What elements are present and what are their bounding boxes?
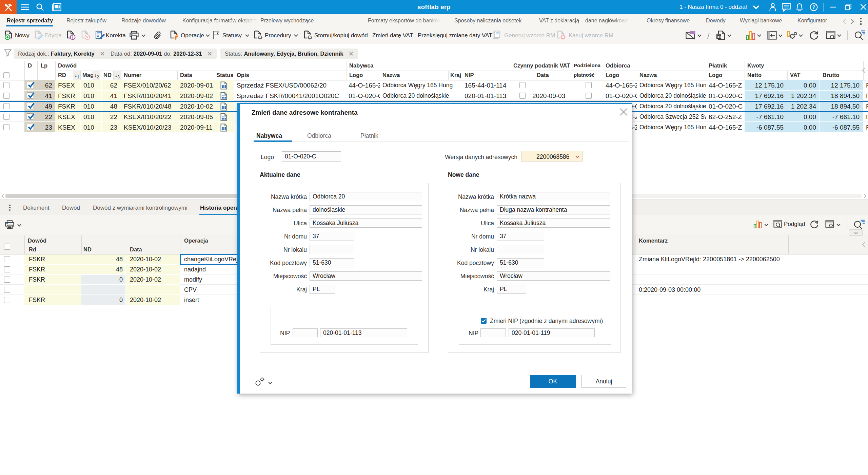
podglad-icon[interactable] <box>773 220 782 229</box>
korekta-button[interactable]: Korekta <box>106 32 126 39</box>
bottom-refresh-icon[interactable] <box>810 220 818 229</box>
kasuj-wzorce-button[interactable]: Kasuj wzorce RM <box>569 32 613 39</box>
tabs-more-icon[interactable] <box>860 18 862 25</box>
col-header-data[interactable]: Data <box>180 72 207 78</box>
stornuj-button[interactable]: Stornuj/kopiuj dowód <box>314 32 368 39</box>
procedury-icon[interactable] <box>254 31 263 40</box>
hscroll-left-icon[interactable] <box>1 194 4 198</box>
sort-indicator-3[interactable]: ↓3 <box>113 71 121 80</box>
filter-chip-rodzaj[interactable]: Rodzaj dok.: Faktury, Korekty ✕ <box>14 49 110 59</box>
chip-remove-icon[interactable]: ✕ <box>100 50 105 58</box>
dialog-tab-nabywca[interactable]: Nabywca <box>256 132 282 139</box>
col-header-opis[interactable]: Opis <box>237 72 271 78</box>
col-header-kraj[interactable]: Kraj <box>450 72 463 78</box>
restore-icon[interactable] <box>845 4 851 10</box>
podzielona-platnosc-checkbox[interactable] <box>586 93 592 99</box>
nowy-button[interactable]: Nowy <box>15 32 29 39</box>
tab-vat-z-deklaracja[interactable]: VAT z deklaracją – dane nagłówkowe <box>539 18 633 24</box>
col-header-d[interactable]: D <box>28 62 32 69</box>
chart-icon[interactable] <box>746 31 755 40</box>
bottom-row-checkbox[interactable] <box>4 287 10 293</box>
dialog-tab-odbiorca[interactable]: Odbiorca <box>307 132 331 139</box>
tab-dowody[interactable]: Dowody <box>706 18 726 24</box>
col-header-rd[interactable]: RD <box>58 72 73 78</box>
kasuj-wzorce-icon[interactable] <box>557 31 566 40</box>
current-miejscowosc-field[interactable]: Wrocław <box>310 271 422 281</box>
process-chevron-icon[interactable] <box>798 33 803 38</box>
tab-konfiguracja-formatow[interactable]: Konfiguracja formatów eksportów do bankó… <box>182 18 259 24</box>
current-krotka-field[interactable]: Odbiorca 20 <box>310 192 422 201</box>
row-checked-checkbox[interactable] <box>27 124 33 130</box>
company-selector[interactable]: 1 - Nasza firma 0 - oddział <box>679 4 761 11</box>
current-kraj-field[interactable]: PL <box>310 285 335 294</box>
current-kod-field[interactable]: 51-630 <box>310 258 354 267</box>
col-header-lp[interactable]: Lp <box>41 62 47 69</box>
new-ulica-field[interactable]: Kossaka Juliusza <box>497 218 610 228</box>
filter-chip-data[interactable]: Data od: 2020-09-01 do: 2020-12-31 ✕ <box>106 49 217 59</box>
new-kraj-field[interactable]: PL <box>497 285 526 294</box>
col-header-plogo[interactable]: Logo <box>709 72 736 78</box>
czynny-vat-checkbox[interactable] <box>519 93 526 99</box>
chat-icon[interactable] <box>782 3 791 12</box>
dialog-tab-platnik[interactable]: Płatnik <box>360 132 378 139</box>
bottom-row-checkbox[interactable] <box>4 266 10 272</box>
tabs-scroll-left-icon[interactable] <box>842 18 846 24</box>
podzielona-platnosc-checkbox[interactable] <box>586 82 592 88</box>
nip-current-field[interactable]: 020-01-01-113 <box>320 328 407 337</box>
chip-remove-icon[interactable]: ✕ <box>207 50 213 58</box>
tab-formaty-eksportow[interactable]: Formaty eksportów do banków <box>368 18 442 24</box>
current-nrlokalu-field[interactable] <box>310 245 354 254</box>
minimize-icon[interactable] <box>830 6 836 8</box>
procedury-button[interactable]: Procedury <box>265 32 291 39</box>
row-checked-checkbox[interactable] <box>27 92 33 99</box>
logo-field[interactable]: 01-O-020-C <box>282 151 341 162</box>
current-ulica-field[interactable]: Kossaka Juliusza <box>310 218 422 228</box>
edycja-button[interactable]: Edycja <box>44 32 62 39</box>
close-icon[interactable] <box>860 4 867 10</box>
sort-indicator-1[interactable]: ↓1 <box>73 71 81 80</box>
document-info-icon[interactable] <box>66 31 76 40</box>
new-nrlokalu-field[interactable] <box>497 245 544 254</box>
col-header-status[interactable]: Status <box>216 72 237 78</box>
bottom-window-chevron-icon[interactable] <box>836 223 841 227</box>
export-document-icon[interactable] <box>716 31 726 40</box>
generuj-wzorce-button[interactable]: Generuj wzorce RM <box>504 32 555 39</box>
row-select-checkbox[interactable] <box>3 124 9 130</box>
new-kod-field[interactable]: 51-630 <box>497 258 544 267</box>
col-header-nlogo[interactable]: Logo <box>349 72 376 78</box>
window-settings-chevron-icon[interactable] <box>837 33 842 38</box>
col-header-brutto[interactable]: Brutto <box>823 72 850 78</box>
bottom-chart-icon[interactable] <box>753 220 762 229</box>
col-header-nip[interactable]: NIP <box>465 72 492 78</box>
search-filter-icon[interactable] <box>854 30 866 40</box>
column-menu-button[interactable] <box>849 229 863 236</box>
col-header-vat[interactable]: VAT <box>790 72 810 78</box>
col-header-nnazwa[interactable]: Nazwa <box>382 72 416 78</box>
chip-remove-icon[interactable]: ✕ <box>348 50 354 58</box>
table-row[interactable]: 62FSEX01062FSEX/010/20/622020-09-01Sprze… <box>0 80 868 91</box>
filter-chip-status[interactable]: Status: Anulowany, Edycja, Brulion, Dzie… <box>220 49 358 59</box>
bottom-tab-dowod[interactable]: Dowód <box>62 205 80 211</box>
row-select-checkbox[interactable] <box>3 103 9 109</box>
chart-chevron-icon[interactable] <box>757 33 762 38</box>
ok-button[interactable]: OK <box>530 375 576 388</box>
edit-document-icon[interactable] <box>34 31 43 40</box>
row-select-checkbox[interactable] <box>3 93 9 99</box>
generuj-wzorce-icon[interactable] <box>492 31 502 40</box>
tab-przelewy-wychodzace[interactable]: Przelewy wychodzące <box>260 18 314 24</box>
process-gears-icon[interactable] <box>787 31 797 40</box>
korekta-icon[interactable] <box>95 31 105 40</box>
new-document-icon[interactable] <box>4 31 14 40</box>
send-chevron-icon[interactable] <box>697 33 702 38</box>
czynny-vat-checkbox[interactable] <box>519 82 526 88</box>
tabs-scroll-right-icon[interactable] <box>850 18 854 24</box>
bottom-tab-dokument[interactable]: Dokument <box>23 205 49 211</box>
bottom-print-icon[interactable] <box>5 220 14 229</box>
nip-current-prefix-field[interactable] <box>293 328 318 337</box>
col-header-nd[interactable]: ND <box>103 72 114 78</box>
col-header-netto[interactable]: Netto <box>747 72 774 78</box>
new-krotka-field[interactable]: Krótka nazwa <box>497 192 610 201</box>
table-row[interactable]: 41FSKR01041FSKR/010/20/412020-09-02Sprze… <box>0 91 868 101</box>
stornuj-icon[interactable] <box>303 31 313 40</box>
row-select-checkbox[interactable] <box>3 82 9 88</box>
